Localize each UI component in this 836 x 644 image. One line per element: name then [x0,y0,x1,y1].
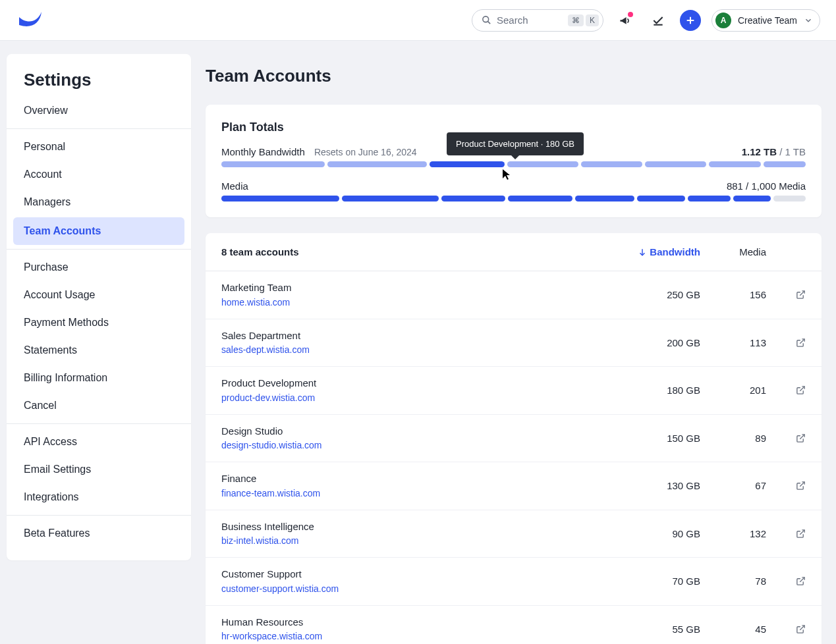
sidebar-item-purchase[interactable]: Purchase [7,254,191,281]
bandwidth-segment[interactable] [430,161,505,167]
media-label: Media [221,180,248,192]
row-account-url[interactable]: finance-team.wistia.com [221,487,634,500]
sidebar-item-api-access[interactable]: API Access [7,428,191,456]
sidebar-item-managers[interactable]: Managers [7,188,191,216]
row-account-url[interactable]: sales-dept.wistia.com [221,343,634,357]
svg-line-6 [800,291,804,296]
bandwidth-segment[interactable] [764,161,806,167]
row-bandwidth-value: 200 GB [634,337,700,348]
row-media-value: 78 [727,576,766,587]
arrow-down-icon [638,248,647,257]
notifications-button[interactable] [614,9,636,32]
open-account-button[interactable] [793,385,806,395]
app-logo[interactable] [16,7,45,34]
search-input[interactable] [497,14,563,26]
sidebar-item-statements[interactable]: Statements [7,336,191,364]
bandwidth-segment-tooltip: Product Development · 180 GB [447,132,584,155]
table-header: 8 team accounts Bandwidth Media [206,233,822,271]
open-account-button[interactable] [793,290,806,300]
media-segment[interactable] [342,196,439,201]
table-row: Design Studio design-studio.wistia.com 1… [206,415,822,463]
sidebar-item-billing-information[interactable]: Billing Information [7,364,191,392]
main-content: Team Accounts Plan Totals Monthly Bandwi… [191,41,836,644]
logo-icon [18,11,43,30]
settings-sidebar: Settings OverviewPersonalAccountManagers… [7,54,191,560]
team-switcher[interactable]: A Creative Team [711,9,820,32]
open-account-button[interactable] [793,529,806,539]
svg-line-1 [488,21,490,24]
bandwidth-segment[interactable] [221,161,325,167]
tasks-button[interactable] [647,9,669,32]
search-box[interactable]: ⌘ K [472,9,603,32]
bandwidth-bar[interactable] [221,161,806,167]
svg-line-7 [800,339,804,344]
sidebar-item-integrations[interactable]: Integrations [7,483,191,511]
sidebar-item-team-accounts[interactable]: Team Accounts [13,217,184,245]
external-link-icon [796,481,806,491]
external-link-icon [796,338,806,348]
row-account-name: Business Intelligence [221,520,634,535]
table-row: Marketing Team home.wistia.com 250 GB 15… [206,271,822,319]
table-count-label: 8 team accounts [221,246,299,257]
sidebar-item-payment-methods[interactable]: Payment Methods [7,309,191,336]
row-account-name: Finance [221,471,634,487]
bandwidth-segment[interactable] [709,161,761,167]
row-account-name: Human Resources [221,615,634,630]
open-account-button[interactable] [793,433,806,443]
table-row: Finance finance-team.wistia.com 130 GB 6… [206,462,822,510]
table-row: Product Development product-dev.wistia.c… [206,367,822,415]
bandwidth-segment[interactable] [507,161,578,167]
search-icon [482,15,491,25]
media-segment[interactable] [733,196,771,201]
create-button[interactable] [680,10,701,31]
open-account-button[interactable] [793,576,806,586]
row-account-url[interactable]: biz-intel.wistia.com [221,534,634,548]
row-media-value: 113 [727,337,766,348]
row-media-value: 45 [727,624,766,635]
open-account-button[interactable] [793,481,806,491]
page-title: Team Accounts [206,66,822,86]
media-bar[interactable] [221,196,806,201]
sidebar-item-account[interactable]: Account [7,161,191,188]
external-link-icon [796,433,806,443]
media-segment[interactable] [637,196,685,201]
bandwidth-segment[interactable] [581,161,642,167]
sidebar-item-account-usage[interactable]: Account Usage [7,281,191,309]
topbar: ⌘ K A Creative Team [0,0,836,41]
bandwidth-usage-value: 1.12 TB / 1 TB [742,146,806,157]
column-header-media[interactable]: Media [727,246,766,257]
media-segment[interactable] [508,196,572,201]
row-account-name: Design Studio [221,424,634,439]
external-link-icon [796,290,806,300]
media-segment[interactable] [575,196,634,201]
table-row: Sales Department sales-dept.wistia.com 2… [206,319,822,367]
sidebar-item-overview[interactable]: Overview [7,97,191,124]
open-account-button[interactable] [793,338,806,348]
media-segment[interactable] [221,196,339,201]
bandwidth-reset-label: Resets on June 16, 2024 [314,147,417,157]
row-account-url[interactable]: product-dev.wistia.com [221,391,634,405]
table-row: Customer Support customer-support.wistia… [206,558,822,606]
row-account-url[interactable]: home.wistia.com [221,296,634,309]
media-segment[interactable] [441,196,506,201]
row-account-url[interactable]: design-studio.wistia.com [221,439,634,452]
row-media-value: 89 [727,433,766,444]
bandwidth-segment[interactable] [327,161,426,167]
row-account-url[interactable]: customer-support.wistia.com [221,582,634,596]
media-segment[interactable] [773,196,806,201]
media-segment[interactable] [688,196,731,201]
sidebar-item-email-settings[interactable]: Email Settings [7,456,191,483]
team-avatar: A [715,13,731,28]
svg-line-13 [800,626,804,630]
sidebar-item-beta-features[interactable]: Beta Features [7,520,191,547]
open-account-button[interactable] [793,624,806,634]
notification-dot [628,12,633,17]
row-media-value: 156 [727,289,766,300]
column-header-bandwidth[interactable]: Bandwidth [634,246,700,257]
sidebar-item-personal[interactable]: Personal [7,133,191,161]
row-account-url[interactable]: hr-workspace.wistia.com [221,630,634,643]
row-media-value: 132 [727,528,766,539]
checkmark-icon [652,14,665,27]
sidebar-item-cancel[interactable]: Cancel [7,392,191,419]
bandwidth-segment[interactable] [645,161,706,167]
